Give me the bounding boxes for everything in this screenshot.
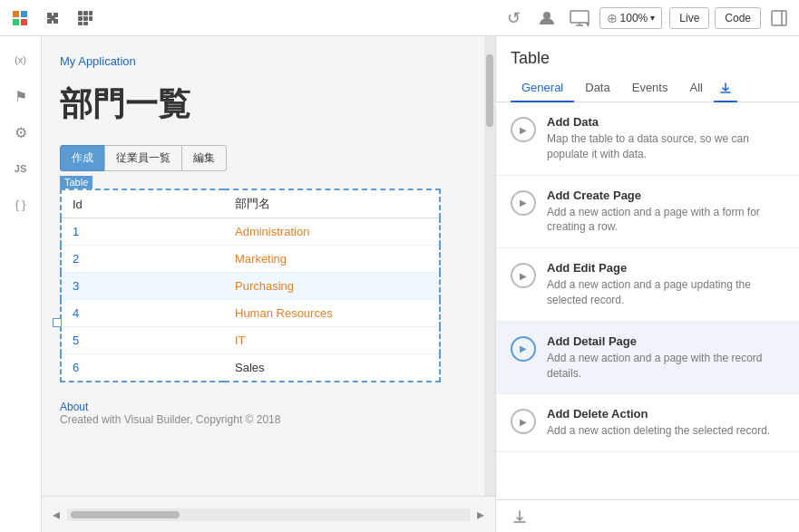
- svg-rect-2: [13, 19, 19, 25]
- svg-rect-11: [83, 22, 88, 25]
- svg-rect-3: [21, 19, 27, 25]
- cell-name: Marketing: [224, 246, 440, 273]
- tab-events[interactable]: Events: [621, 75, 679, 102]
- action-title: Add Edit Page: [547, 261, 784, 275]
- top-toolbar: ↺ ▾ ⊕ 100% ▾ Live Code: [0, 0, 799, 36]
- action-desc: Add a new action deleting the selected r…: [547, 423, 784, 439]
- cell-name: IT: [224, 327, 440, 354]
- about-link[interactable]: About: [60, 401, 466, 413]
- canvas-footer: About Created with Visual Builder, Copyr…: [60, 401, 466, 426]
- page-title: 部門一覧: [60, 82, 466, 127]
- svg-rect-0: [13, 11, 19, 17]
- sidebar-js-icon[interactable]: JS: [5, 152, 37, 185]
- zoom-control[interactable]: ⊕ 100% ▾: [599, 7, 663, 29]
- cell-id: 3: [61, 273, 224, 300]
- cell-name: Purchasing: [224, 273, 440, 300]
- puzzle-icon[interactable]: [40, 5, 65, 31]
- employees-button[interactable]: 従業員一覧: [104, 145, 182, 171]
- table-row[interactable]: 4Human Resources: [61, 300, 440, 327]
- action-item[interactable]: ▶Add Edit PageAdd a new action and a pag…: [496, 248, 799, 322]
- hscroll-thumb[interactable]: [71, 511, 180, 518]
- sidebar-gear-icon[interactable]: ⚙: [5, 116, 37, 149]
- tab-download-icon[interactable]: [714, 75, 737, 102]
- monitor-icon[interactable]: ▾: [567, 5, 592, 31]
- action-desc: Add a new action and a page with a form …: [547, 205, 784, 236]
- right-panel-content: ▶Add DataMap the table to a data source,…: [496, 102, 799, 499]
- table-row[interactable]: 3Purchasing: [61, 273, 440, 300]
- table-row[interactable]: 1Administration: [61, 218, 440, 246]
- panel-footer-icon[interactable]: [507, 504, 532, 529]
- action-info: Add Detail PageAdd a new action and a pa…: [547, 334, 784, 382]
- copyright-text: Created with Visual Builder, Copyright ©…: [60, 413, 466, 426]
- action-info: Add DataMap the table to a data source, …: [547, 115, 784, 162]
- action-item[interactable]: ▶Add Create PageAdd a new action and a p…: [496, 176, 799, 249]
- table-wrapper: Table Id 部門名 1Administrat: [60, 175, 441, 382]
- action-item[interactable]: ▶Add Delete ActionAdd a new action delet…: [496, 394, 799, 452]
- svg-rect-8: [83, 16, 88, 21]
- edit-button[interactable]: 編集: [181, 145, 227, 171]
- cell-name: Human Resources: [224, 300, 440, 327]
- apps-icon[interactable]: [7, 5, 33, 31]
- sidebar-flag-icon[interactable]: ⚑: [5, 80, 37, 112]
- tab-general[interactable]: General: [511, 75, 574, 102]
- canvas-scrollbar[interactable]: [484, 36, 495, 496]
- live-button[interactable]: Live: [669, 7, 709, 29]
- tab-data[interactable]: Data: [574, 75, 620, 102]
- data-table: Id 部門名 1Administration2Marketing3Purchas…: [60, 189, 441, 382]
- svg-rect-9: [89, 16, 93, 21]
- scroll-left-icon[interactable]: ◂: [53, 506, 60, 523]
- grid-icon[interactable]: [73, 5, 98, 31]
- panel-toggle-icon[interactable]: [766, 5, 792, 31]
- action-item[interactable]: ▶Add Detail PageAdd a new action and a p…: [496, 322, 799, 395]
- action-item[interactable]: ▶Add DataMap the table to a data source,…: [496, 102, 799, 176]
- scrollbar-thumb[interactable]: [486, 54, 493, 127]
- scroll-right-icon[interactable]: ▸: [477, 506, 484, 523]
- action-desc: Add a new action and a page updating the…: [547, 277, 784, 308]
- canvas-area: My Application 部門一覧 作成 従業員一覧 編集 Table: [42, 36, 495, 532]
- action-title: Add Data: [547, 115, 784, 129]
- table-label: Table: [60, 176, 93, 189]
- table-row[interactable]: 2Marketing: [61, 246, 440, 273]
- tab-all[interactable]: All: [678, 75, 713, 102]
- left-sidebar: (x) ⚑ ⚙ JS { }: [0, 36, 42, 532]
- cell-id: 1: [61, 218, 224, 246]
- table-row[interactable]: 5IT: [61, 327, 440, 354]
- action-buttons: 作成 従業員一覧 編集: [60, 145, 466, 171]
- canvas-scroll[interactable]: My Application 部門一覧 作成 従業員一覧 編集 Table: [42, 36, 484, 496]
- row-handle: [53, 318, 62, 327]
- action-info: Add Create PageAdd a new action and a pa…: [547, 189, 784, 236]
- action-desc: Map the table to a data source, so we ca…: [547, 131, 784, 162]
- action-title: Add Create Page: [547, 189, 784, 202]
- sidebar-braces-icon[interactable]: { }: [5, 189, 37, 221]
- horizontal-scrollbar[interactable]: [67, 508, 470, 521]
- right-panel: Table General Data Events All ▶Add DataM…: [495, 36, 799, 532]
- col-header-id: Id: [61, 189, 224, 218]
- sidebar-variable-icon[interactable]: (x): [5, 44, 37, 76]
- right-panel-footer: [496, 499, 799, 532]
- user-icon[interactable]: [534, 5, 560, 31]
- svg-rect-7: [78, 16, 83, 21]
- play-button[interactable]: ▶: [511, 190, 536, 216]
- play-button[interactable]: ▶: [511, 263, 536, 288]
- create-button[interactable]: 作成: [60, 145, 105, 171]
- play-button[interactable]: ▶: [511, 117, 536, 142]
- cell-name: Sales: [224, 354, 440, 382]
- action-desc: Add a new action and a page with the rec…: [547, 351, 784, 382]
- svg-rect-4: [78, 11, 83, 15]
- table-row[interactable]: 6Sales: [61, 354, 440, 382]
- svg-rect-1: [21, 11, 27, 17]
- play-button[interactable]: ▶: [511, 336, 536, 362]
- col-header-name: 部門名: [224, 189, 440, 218]
- cell-id: 6: [61, 354, 224, 382]
- action-title: Add Delete Action: [547, 407, 784, 421]
- cell-id: 5: [61, 327, 224, 354]
- panel-title: Table: [511, 49, 784, 68]
- play-button[interactable]: ▶: [511, 409, 536, 434]
- svg-rect-5: [83, 11, 88, 15]
- refresh-icon[interactable]: ↺: [502, 5, 527, 31]
- breadcrumb[interactable]: My Application: [60, 54, 466, 68]
- code-button[interactable]: Code: [715, 7, 761, 29]
- panel-tabs: General Data Events All: [511, 75, 784, 102]
- action-info: Add Edit PageAdd a new action and a page…: [547, 261, 784, 308]
- svg-point-12: [543, 12, 551, 19]
